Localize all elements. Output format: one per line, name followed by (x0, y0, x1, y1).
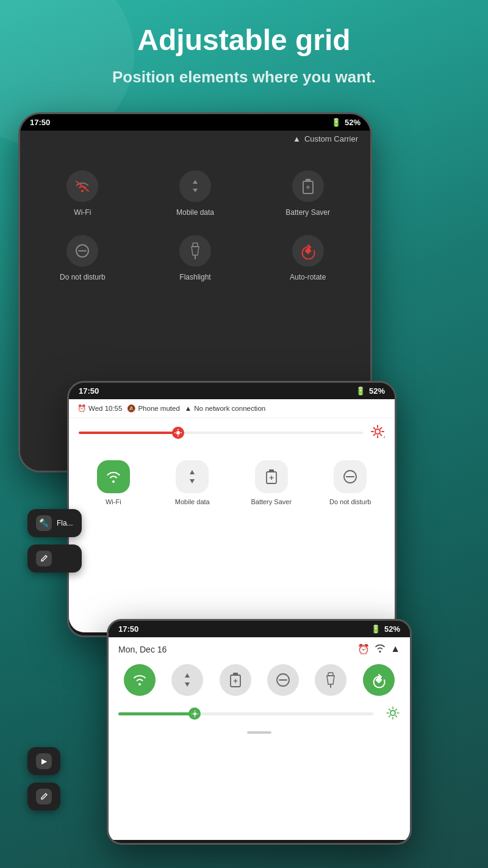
floating-pill-flashlight[interactable]: 🔦 Fla... (27, 509, 82, 537)
phone3-content: Mon, Dec 16 ⏰ ▲ (109, 637, 410, 840)
phone2-wifi-label: Wi-Fi (106, 498, 121, 506)
phone3-qs-row: + (109, 659, 410, 701)
tile-battery-label: Battery Saver (285, 208, 330, 217)
phone2-wifi-icon (97, 460, 130, 493)
p3-tile-dnd[interactable] (267, 664, 299, 696)
phone2-battery-icon: 🔋 (356, 386, 365, 396)
svg-point-14 (375, 429, 380, 434)
sub-title: Position elements where you want. (37, 67, 451, 88)
svg-rect-17 (269, 469, 274, 472)
phone2-time: 17:50 (79, 386, 99, 396)
phone2-frame: 17:50 🔋 52% ⏰ Wed 10:55 🔕 Phone muted ▲ (67, 381, 396, 637)
floating-pill-edit[interactable] (27, 544, 82, 573)
tile-dnd-label: Do not disturb (60, 273, 106, 281)
autorotate-icon-circle (292, 235, 324, 267)
svg-rect-6 (193, 243, 198, 247)
phone2-dnd-label: Do not disturb (329, 498, 371, 506)
phone1-qs-grid: Wi-Fi Mobile data (20, 147, 370, 301)
signal-icon-p3: ▲ (390, 643, 400, 656)
phone2-tile-dnd[interactable]: Do not disturb (312, 454, 389, 511)
flashlight-icon-circle (179, 235, 211, 267)
phone3-bottom-handle (247, 731, 271, 734)
phone2-battery-icon: + (255, 460, 288, 493)
svg-text:+: + (306, 183, 310, 192)
wifi-icon-circle (66, 170, 98, 202)
tile-flashlight-label: Flashlight (179, 273, 210, 281)
phone2-tile-mobile[interactable]: Mobile data (154, 454, 231, 511)
svg-rect-22 (233, 673, 238, 675)
p3-dnd-icon (267, 664, 299, 696)
brightness-thumb (172, 427, 184, 439)
p3-battery-icon: + (220, 664, 251, 696)
pill-edit2-icon (36, 789, 52, 805)
phone3-header: Mon, Dec 16 ⏰ ▲ (109, 637, 410, 659)
tile-battery-saver[interactable]: + Battery Saver (251, 159, 364, 224)
phone3-date: Mon, Dec 16 (118, 645, 167, 654)
phone2-tile-wifi[interactable]: Wi-Fi (75, 454, 152, 511)
alarm-icon: ⏰ (77, 404, 86, 413)
tile-autorotate[interactable]: Auto-rotate (251, 224, 364, 289)
svg-text:A: A (384, 434, 385, 439)
phones-container: 17:50 🔋 52% ▲ Custom Carrier (0, 106, 488, 778)
phone2-battery-label: Battery Saver (251, 498, 292, 506)
tile-dnd[interactable]: Do not disturb (26, 224, 139, 289)
p3-brightness-thumb (188, 707, 201, 720)
tile-mobile-label: Mobile data (176, 208, 214, 217)
pill-play-icon: ▶ (36, 753, 52, 769)
phone2-qs-grid: Wi-Fi Mobile data (69, 448, 395, 511)
dnd-icon-circle (66, 235, 98, 267)
header-section: Adjustable grid Position elements where … (0, 0, 488, 106)
pill-flashlight-text: Fla... (57, 519, 73, 527)
tile-wifi-label: Wi-Fi (74, 208, 91, 217)
tile-flashlight[interactable]: Flashlight (139, 224, 252, 289)
battery-saver-icon-circle: + (292, 170, 324, 202)
svg-text:+: + (269, 473, 274, 482)
phone3-status-bar: 17:50 🔋 52% (109, 621, 410, 637)
svg-point-29 (193, 712, 196, 715)
alarm-notif: ⏰ Wed 10:55 (77, 404, 122, 413)
svg-text:+: + (233, 677, 237, 685)
svg-point-9 (176, 431, 180, 435)
tile-mobile-data[interactable]: Mobile data (139, 159, 252, 224)
signal-notif-icon: ▲ (185, 405, 192, 412)
svg-rect-2 (306, 179, 310, 181)
p3-tile-flashlight[interactable] (315, 664, 346, 696)
phone1-time: 17:50 (30, 118, 50, 127)
p3-tile-wifi[interactable] (124, 664, 156, 696)
phone3-time: 17:50 (118, 624, 138, 634)
notification-bar: ⏰ Wed 10:55 🔕 Phone muted ▲ No network c… (69, 399, 395, 418)
pill-edit-icon (36, 551, 52, 566)
phone2-tile-battery[interactable]: + Battery Saver (233, 454, 310, 511)
floating-pill-play[interactable]: ▶ (27, 747, 60, 775)
floating-pills-bottom: ▶ (27, 747, 60, 811)
brightness-slider[interactable] (79, 432, 363, 434)
phone3-battery: 52% (384, 624, 400, 634)
phone2-content: ⏰ Wed 10:55 🔕 Phone muted ▲ No network c… (69, 399, 395, 632)
p3-mobile-icon (171, 664, 203, 696)
floating-pill-edit2[interactable] (27, 783, 60, 811)
brightness-row[interactable]: A (69, 418, 395, 448)
signal-icon: ▲ (293, 134, 301, 143)
phone3-frame: 17:50 🔋 52% Mon, Dec 16 ⏰ (107, 619, 412, 845)
p3-auto-brightness-icon[interactable] (386, 706, 400, 723)
phone1-status-bar: 17:50 🔋 52% (20, 114, 370, 131)
floating-pills-container: 🔦 Fla... (27, 509, 82, 573)
phone3-brightness[interactable] (109, 701, 410, 728)
svg-rect-8 (304, 247, 311, 254)
p3-brightness-slider[interactable] (118, 712, 373, 715)
alarm-icon-p3: ⏰ (357, 643, 370, 656)
main-title: Adjustable grid (37, 24, 451, 57)
p3-brightness-fill (118, 712, 195, 715)
mute-icon: 🔕 (127, 404, 135, 413)
auto-brightness-icon[interactable]: A (370, 424, 385, 442)
tile-wifi[interactable]: Wi-Fi (26, 159, 139, 224)
carrier-name: Custom Carrier (304, 134, 358, 143)
p3-tile-autorotate[interactable] (363, 664, 395, 696)
mute-text: Phone muted (138, 405, 179, 412)
p3-tile-battery[interactable]: + (220, 664, 251, 696)
wifi-icon-p3 (375, 643, 386, 656)
phone2-status-bar: 17:50 🔋 52% (69, 383, 395, 399)
phone3-battery-icon: 🔋 (371, 624, 381, 634)
phone1-carrier-bar: ▲ Custom Carrier (20, 131, 370, 147)
p3-tile-mobile[interactable] (171, 664, 203, 696)
